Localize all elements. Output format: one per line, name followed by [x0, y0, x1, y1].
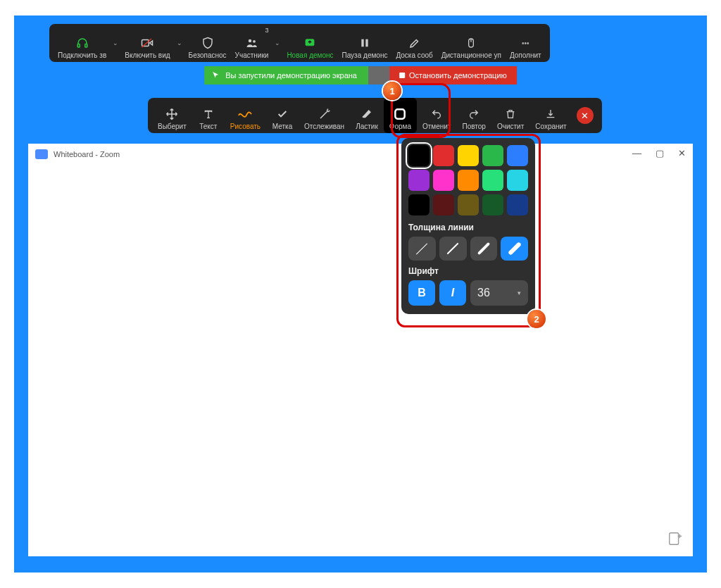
eraser-tool[interactable]: Ластик [350, 98, 384, 133]
more-button[interactable]: ••• Дополнит [506, 24, 546, 62]
close-toolbar-button[interactable]: ✕ [577, 107, 594, 124]
svg-rect-11 [365, 39, 368, 47]
save-icon [544, 106, 557, 122]
thickness-options [408, 237, 528, 261]
font-label: Шрифт [408, 266, 528, 276]
svg-point-7 [248, 39, 251, 43]
italic-button[interactable]: I [439, 280, 466, 306]
meeting-controls: Подключить зв ⌄ Включить вид ⌄ Безопасно… [49, 24, 550, 62]
maximize-button[interactable]: ▢ [656, 148, 664, 158]
annotation-toolbar: Выберит Текст Рисовать Метка Отслеживан … [148, 98, 602, 133]
minimize-button[interactable]: — [632, 148, 641, 158]
add-page-button[interactable] [667, 531, 683, 546]
window-titlebar[interactable]: Whiteboard - Zoom — ▢ ✕ [28, 144, 693, 165]
whiteboard-button[interactable]: Доска сооб [391, 24, 437, 62]
headphones-icon [75, 36, 89, 50]
bold-button[interactable]: В [408, 280, 435, 306]
redo-button[interactable]: Повтор [456, 98, 491, 133]
color-swatch[interactable] [408, 194, 430, 215]
pause-icon [359, 36, 370, 50]
select-tool[interactable]: Выберит [152, 98, 192, 133]
shield-icon [201, 36, 214, 50]
text-icon [203, 106, 214, 122]
close-button[interactable]: ✕ [678, 148, 686, 158]
color-swatch[interactable] [507, 145, 528, 166]
svg-rect-3 [77, 44, 80, 48]
save-button[interactable]: Сохранит [529, 98, 572, 133]
color-swatch[interactable] [482, 170, 503, 191]
undo-icon [430, 106, 443, 122]
text-tool[interactable]: Текст [192, 98, 225, 133]
color-swatch[interactable] [458, 194, 479, 215]
color-swatch[interactable] [482, 194, 503, 215]
color-swatch[interactable] [507, 194, 528, 215]
new-share-button[interactable]: Новая демонс [282, 24, 337, 62]
audio-caret[interactable]: ⌄ [111, 24, 120, 62]
move-icon [165, 106, 178, 122]
svg-rect-0 [670, 533, 679, 545]
thickness-option[interactable] [408, 237, 436, 261]
share-id-chip[interactable] [368, 66, 389, 85]
color-swatch[interactable] [458, 170, 479, 191]
callout-badge-2: 2 [527, 310, 546, 328]
thickness-option[interactable] [439, 237, 467, 261]
window-title: Whiteboard - Zoom [54, 150, 120, 158]
stop-share-button[interactable]: Остановить демонстрацию [389, 66, 517, 85]
cursor-icon [211, 71, 220, 80]
more-icon: ••• [515, 36, 537, 50]
svg-point-8 [253, 40, 256, 43]
thickness-option[interactable] [501, 237, 528, 261]
color-swatch[interactable] [433, 170, 454, 191]
mouse-icon [465, 36, 477, 50]
participants-button[interactable]: 3 Участники [231, 24, 273, 62]
color-swatch[interactable] [507, 170, 528, 191]
svg-rect-14 [396, 109, 405, 118]
stamp-tool[interactable]: Метка [266, 98, 299, 133]
wand-icon [318, 106, 331, 122]
trash-icon [505, 106, 516, 122]
participants-icon [244, 36, 260, 50]
video-button[interactable]: Включить вид [120, 24, 174, 62]
whiteboard-window: Whiteboard - Zoom — ▢ ✕ [28, 144, 693, 556]
participant-count: 3 [265, 27, 268, 34]
share-running-label: Вы запустили демонстрацию экрана [204, 66, 368, 85]
svg-rect-10 [361, 39, 363, 47]
color-swatch[interactable] [433, 194, 454, 215]
share-screen-icon [302, 36, 318, 50]
color-swatch[interactable] [408, 145, 430, 166]
eraser-icon [360, 106, 373, 122]
svg-rect-4 [84, 44, 87, 48]
color-swatch[interactable] [408, 170, 430, 191]
participants-caret[interactable]: ⌄ [272, 24, 282, 62]
clear-button[interactable]: Очистит [491, 98, 529, 133]
stop-icon [399, 73, 405, 78]
thickness-label: Толщина линии [408, 223, 528, 232]
color-swatch[interactable] [458, 145, 479, 166]
format-panel: Толщина линии Шрифт В I 36 ▾ [401, 138, 535, 314]
format-icon [393, 106, 407, 122]
audio-button[interactable]: Подключить зв [54, 24, 111, 62]
draw-tool[interactable]: Рисовать [225, 98, 266, 133]
undo-button[interactable]: Отменит [417, 98, 456, 133]
thickness-option[interactable] [470, 237, 498, 261]
callout-badge-1: 1 [383, 82, 401, 100]
share-status-bar: Вы запустили демонстрацию экрана Останов… [204, 66, 517, 85]
pause-share-button[interactable]: Пауза демонс [337, 24, 391, 62]
video-caret[interactable]: ⌄ [175, 24, 184, 62]
svg-rect-5 [142, 40, 149, 46]
color-swatch[interactable] [482, 145, 503, 166]
draw-icon [237, 106, 253, 122]
check-icon [276, 106, 289, 122]
format-tool[interactable]: Форма [384, 98, 417, 133]
color-swatch[interactable] [433, 145, 454, 166]
annotate-icon [408, 36, 422, 50]
chevron-down-icon: ▾ [518, 289, 521, 296]
color-swatches [408, 145, 528, 215]
security-button[interactable]: Безопаснос [184, 24, 231, 62]
redo-icon [468, 106, 480, 122]
font-size-select[interactable]: 36 ▾ [470, 280, 528, 306]
zoom-logo-icon [35, 149, 48, 159]
remote-control-button[interactable]: Дистанционное уп [437, 24, 506, 62]
spotlight-tool[interactable]: Отслеживан [299, 98, 350, 133]
font-size-value: 36 [477, 287, 490, 299]
